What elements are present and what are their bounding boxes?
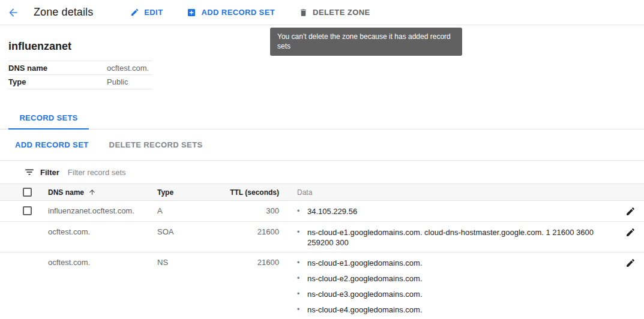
- column-header-ttl[interactable]: TTL (seconds): [223, 188, 279, 197]
- bullet-icon: •: [297, 273, 307, 284]
- bullet-icon: •: [297, 206, 307, 216]
- row-data-cell: •ns-cloud-e1.googledomains.com. cloud-dn…: [279, 227, 613, 248]
- zone-properties: DNS name ocftest.com. Type Public: [8, 61, 152, 89]
- row-edit-cell: [613, 258, 644, 315]
- header-actions: EDIT ADD RECORD SET DELETE ZONE: [130, 8, 370, 17]
- row-data-list: •34.105.229.56: [297, 206, 613, 216]
- arrow-back-icon: [7, 7, 19, 19]
- filter-bar: Filter: [0, 161, 644, 183]
- property-label: DNS name: [8, 64, 107, 73]
- row-data-item: •ns-cloud-e2.googledomains.com.: [297, 273, 613, 284]
- row-type: NS: [157, 258, 223, 315]
- row-data-item: •34.105.229.56: [297, 206, 613, 216]
- row-data-list: •ns-cloud-e1.googledomains.com. cloud-dn…: [297, 227, 613, 248]
- row-data-value: 34.105.229.56: [307, 206, 357, 216]
- pencil-icon: [625, 227, 636, 237]
- row-ttl: 300: [223, 206, 279, 217]
- row-data-value: ns-cloud-e3.googledomains.com.: [307, 289, 423, 299]
- row-select-cell: [0, 258, 48, 315]
- delete-zone-tooltip: You can't delete the zone because it has…: [270, 28, 462, 56]
- property-label: Type: [8, 77, 107, 86]
- row-dns-name: ocftest.com.: [48, 258, 157, 315]
- property-value: ocftest.com.: [107, 64, 149, 73]
- row-type: SOA: [157, 227, 223, 248]
- tab-record-sets[interactable]: RECORD SETS: [8, 108, 89, 130]
- edit-record-button[interactable]: [625, 206, 636, 217]
- bullet-icon: •: [297, 227, 307, 248]
- back-button[interactable]: [7, 7, 19, 19]
- row-data-cell: •34.105.229.56: [279, 206, 613, 217]
- row-data-list: •ns-cloud-e1.googledomains.com.•ns-cloud…: [297, 258, 613, 315]
- row-checkbox[interactable]: [23, 206, 32, 215]
- row-edit-cell: [613, 206, 644, 217]
- page-title: Zone details: [34, 6, 93, 19]
- row-ttl: 21600: [223, 258, 279, 315]
- filter-list-icon: [24, 167, 35, 177]
- edit-zone-button[interactable]: EDIT: [130, 8, 163, 17]
- row-data-value: ns-cloud-e4.googledomains.com.: [307, 305, 423, 315]
- table-row: ocftest.com.NS21600•ns-cloud-e1.googledo…: [0, 252, 644, 319]
- add-record-set-header-label: ADD RECORD SET: [201, 8, 275, 17]
- add-box-icon: [187, 8, 196, 17]
- table-header-row: DNS name Type TTL (seconds) Data: [0, 183, 644, 201]
- edit-record-button[interactable]: [625, 227, 636, 238]
- row-data-cell: •ns-cloud-e1.googledomains.com.•ns-cloud…: [279, 258, 613, 315]
- row-data-item: •ns-cloud-e1.googledomains.com.: [297, 258, 613, 268]
- record-set-toolbar: ADD RECORD SET DELETE RECORD SETS: [0, 130, 644, 161]
- column-header-data: Data: [279, 188, 613, 197]
- select-all-checkbox[interactable]: [23, 188, 32, 197]
- row-data-item: •ns-cloud-e1.googledomains.com. cloud-dn…: [297, 227, 613, 248]
- row-select-cell: [0, 227, 48, 248]
- bullet-icon: •: [297, 289, 307, 299]
- row-select-cell: [0, 206, 48, 217]
- record-table-body: influenzanet.ocftest.com.A300•34.105.229…: [0, 201, 644, 319]
- trash-icon: [299, 8, 308, 17]
- row-data-value: ns-cloud-e1.googledomains.com.: [307, 258, 423, 268]
- property-value: Public: [107, 77, 128, 86]
- row-ttl: 21600: [223, 227, 279, 248]
- page-header: Zone details EDIT ADD RECORD SET DELETE …: [0, 0, 644, 25]
- add-record-set-button[interactable]: ADD RECORD SET: [15, 140, 89, 149]
- row-data-item: •ns-cloud-e4.googledomains.com.: [297, 305, 613, 315]
- record-sets-table: DNS name Type TTL (seconds) Data influen…: [0, 183, 644, 319]
- pencil-icon: [130, 8, 139, 17]
- pencil-icon: [625, 258, 636, 268]
- filter-input[interactable]: [68, 168, 644, 177]
- bullet-icon: •: [297, 258, 307, 268]
- table-row: ocftest.com.SOA21600•ns-cloud-e1.googled…: [0, 222, 644, 252]
- row-data-item: •ns-cloud-e3.googledomains.com.: [297, 289, 613, 299]
- row-type: A: [157, 206, 223, 217]
- row-dns-name: ocftest.com.: [48, 227, 157, 248]
- row-edit-cell: [613, 227, 644, 248]
- column-header-dns-name[interactable]: DNS name: [48, 188, 84, 197]
- row-data-value: ns-cloud-e1.googledomains.com. cloud-dns…: [307, 227, 613, 248]
- sort-ascending-icon: [88, 188, 96, 196]
- table-row: influenzanet.ocftest.com.A300•34.105.229…: [0, 201, 644, 222]
- zone-property-type: Type Public: [8, 75, 152, 89]
- row-dns-name: influenzanet.ocftest.com.: [48, 206, 157, 217]
- edit-record-button[interactable]: [625, 258, 636, 269]
- edit-zone-label: EDIT: [144, 8, 163, 17]
- column-header-type[interactable]: Type: [157, 188, 223, 197]
- delete-zone-button[interactable]: DELETE ZONE: [299, 8, 370, 17]
- bullet-icon: •: [297, 305, 307, 315]
- row-data-value: ns-cloud-e2.googledomains.com.: [307, 273, 423, 284]
- pencil-icon: [625, 206, 636, 216]
- tab-bar: RECORD SETS: [0, 108, 644, 130]
- filter-label: Filter: [40, 168, 59, 177]
- delete-zone-label: DELETE ZONE: [313, 8, 370, 17]
- delete-record-sets-button[interactable]: DELETE RECORD SETS: [109, 140, 203, 149]
- add-record-set-header-button[interactable]: ADD RECORD SET: [187, 8, 275, 17]
- zone-property-dns-name: DNS name ocftest.com.: [8, 61, 152, 75]
